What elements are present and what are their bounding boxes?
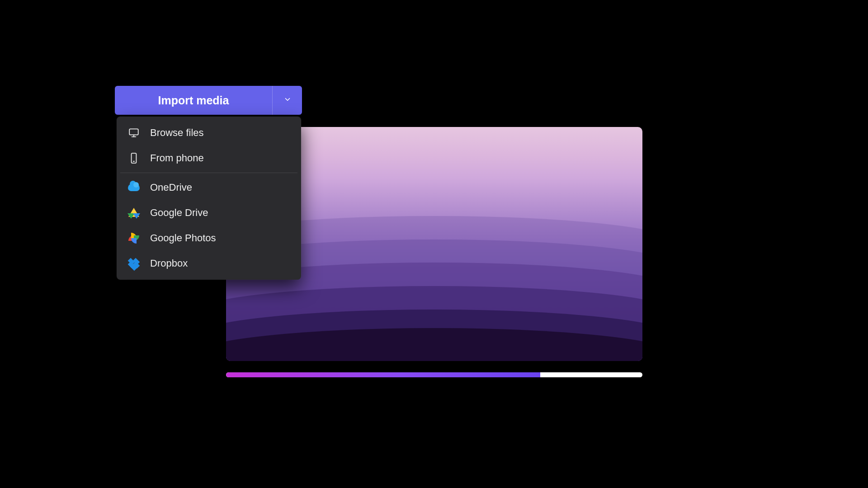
google-photos-icon — [127, 232, 140, 244]
svg-rect-0 — [129, 129, 138, 135]
monitor-icon — [127, 127, 140, 139]
menu-item-browse-files[interactable]: Browse files — [117, 120, 301, 145]
menu-item-label: Browse files — [150, 127, 204, 139]
menu-item-label: Dropbox — [150, 258, 188, 269]
menu-item-label: OneDrive — [150, 182, 192, 193]
menu-item-google-photos[interactable]: Google Photos — [117, 225, 301, 251]
upload-progress-fill — [226, 372, 540, 377]
phone-icon — [127, 152, 140, 164]
menu-item-from-phone[interactable]: From phone — [117, 145, 301, 171]
menu-separator — [120, 173, 297, 173]
menu-item-onedrive[interactable]: OneDrive — [117, 175, 301, 200]
menu-item-google-drive[interactable]: Google Drive — [117, 200, 301, 225]
import-media-button[interactable]: Import media — [115, 86, 272, 115]
menu-item-label: From phone — [150, 152, 204, 164]
import-media-split-button: Import media — [115, 86, 302, 115]
menu-item-label: Google Photos — [150, 232, 216, 244]
onedrive-icon — [127, 181, 140, 194]
menu-item-label: Google Drive — [150, 207, 208, 219]
dropbox-icon — [127, 257, 140, 270]
google-drive-icon — [127, 206, 140, 219]
chevron-down-icon — [283, 95, 292, 105]
upload-progress — [226, 372, 642, 377]
menu-item-dropbox[interactable]: Dropbox — [117, 251, 301, 276]
import-source-menu: Browse files From phone OneDrive Google … — [117, 117, 301, 280]
import-media-dropdown-toggle[interactable] — [272, 86, 302, 115]
